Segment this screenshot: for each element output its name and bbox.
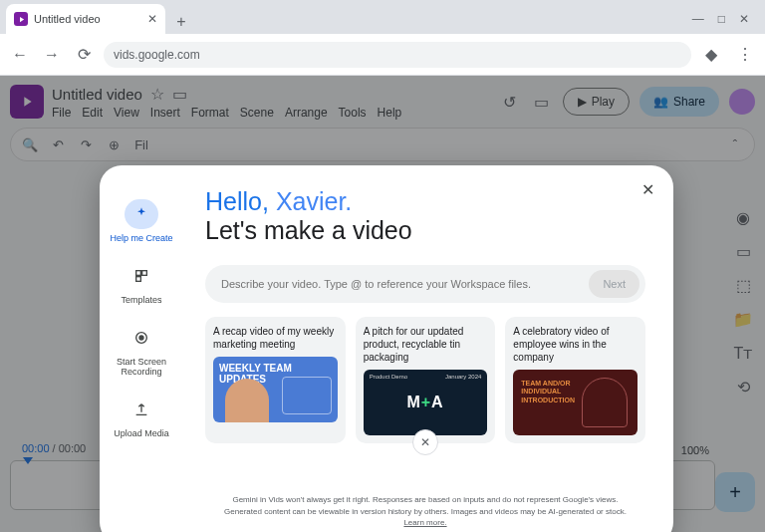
forward-button[interactable]: → — [40, 43, 64, 67]
prompt-input[interactable] — [221, 278, 589, 290]
suggestion-card-2[interactable]: A pitch for our updated product, recycla… — [356, 317, 496, 443]
browser-tab[interactable]: Untitled video ✕ — [6, 4, 165, 34]
next-button[interactable]: Next — [589, 270, 639, 298]
learn-more-link[interactable]: Learn more. — [403, 518, 446, 527]
card-thumbnail: Product DemoJanuary 2024 M+A — [364, 370, 488, 435]
shuffle-button[interactable]: ✕ — [412, 429, 438, 455]
reload-button[interactable]: ⟳ — [72, 43, 96, 67]
close-icon[interactable]: ✕ — [147, 12, 157, 26]
app: Untitled video ☆ ▭ File Edit View Insert… — [0, 76, 765, 532]
sidebar-item-upload-media[interactable]: Upload Media — [110, 395, 173, 438]
tab-strip: Untitled video ✕ + — □ ✕ — [0, 0, 765, 34]
address-row: ← → ⟳ vids.google.com ◆ ⋮ — [0, 34, 765, 76]
browser-chrome: Untitled video ✕ + — □ ✕ ← → ⟳ vids.goog… — [0, 0, 765, 76]
svg-rect-2 — [136, 277, 141, 282]
suggestion-cards: A recap video of my weekly marketing mee… — [205, 317, 645, 443]
templates-icon — [125, 261, 158, 291]
svg-rect-1 — [142, 271, 147, 276]
sidebar-item-templates[interactable]: Templates — [110, 261, 173, 305]
record-circle-icon — [125, 323, 158, 353]
window-controls: — □ ✕ — [692, 12, 759, 34]
tab-title: Untitled video — [34, 13, 101, 25]
close-window-button[interactable]: ✕ — [739, 12, 749, 26]
vids-favicon — [14, 12, 28, 26]
sidebar-item-screen-recording[interactable]: Start Screen Recording — [110, 323, 173, 377]
greeting: Hello, Xavier. — [205, 187, 645, 216]
sidebar-item-help-me-create[interactable]: Help me Create — [110, 199, 173, 243]
minimize-button[interactable]: — — [692, 12, 704, 26]
sparkle-icon — [125, 199, 158, 229]
upload-icon — [125, 395, 158, 424]
card-thumbnail: TEAM AND/OR INDIVIDUAL INTRODUCTION — [513, 370, 638, 435]
new-tab-button[interactable]: + — [169, 10, 193, 34]
maximize-button[interactable]: □ — [718, 12, 725, 26]
close-modal-button[interactable]: ✕ — [636, 177, 659, 201]
suggestion-card-3[interactable]: A celebratory video of employee wins in … — [505, 317, 645, 443]
svg-point-4 — [139, 336, 143, 340]
card-thumbnail: WEEKLY TEAM UPDATES — [213, 357, 338, 422]
modal-sidebar: Help me Create Templates Start Screen Re… — [100, 165, 183, 532]
chrome-menu-icon[interactable]: ⋮ — [733, 43, 757, 67]
modal-main: ✕ Hello, Xavier. Let's make a video Next… — [183, 165, 673, 532]
address-bar[interactable]: vids.google.com — [104, 42, 691, 68]
help-me-create-modal: Help me Create Templates Start Screen Re… — [100, 165, 673, 532]
suggestion-card-1[interactable]: A recap video of my weekly marketing mee… — [205, 317, 346, 443]
prompt-row: Next — [205, 265, 645, 303]
subtitle: Let's make a video — [205, 216, 645, 245]
disclaimer: Gemini in Vids won't always get it right… — [205, 494, 645, 532]
url-text: vids.google.com — [114, 48, 200, 62]
back-button[interactable]: ← — [8, 43, 32, 67]
svg-rect-0 — [136, 271, 141, 276]
extension-icon[interactable]: ◆ — [699, 43, 723, 67]
